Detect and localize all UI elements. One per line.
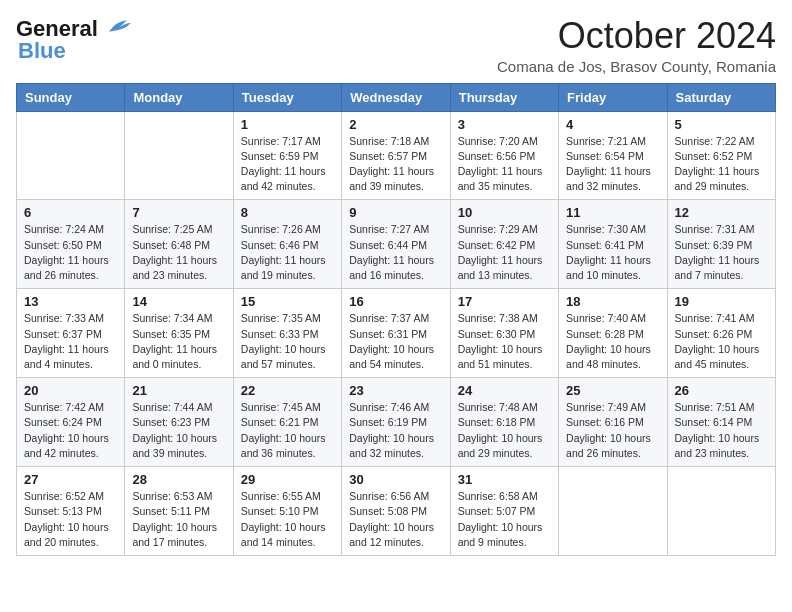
day-info: Sunrise: 7:46 AMSunset: 6:19 PMDaylight:… [349, 400, 442, 461]
calendar-cell: 24Sunrise: 7:48 AMSunset: 6:18 PMDayligh… [450, 378, 558, 467]
day-number: 7 [132, 205, 225, 220]
day-info: Sunrise: 7:29 AMSunset: 6:42 PMDaylight:… [458, 222, 551, 283]
calendar-cell: 7Sunrise: 7:25 AMSunset: 6:48 PMDaylight… [125, 200, 233, 289]
header-day-saturday: Saturday [667, 83, 775, 111]
day-number: 23 [349, 383, 442, 398]
calendar-cell: 3Sunrise: 7:20 AMSunset: 6:56 PMDaylight… [450, 111, 558, 200]
calendar-week-4: 20Sunrise: 7:42 AMSunset: 6:24 PMDayligh… [17, 378, 776, 467]
calendar-cell: 14Sunrise: 7:34 AMSunset: 6:35 PMDayligh… [125, 289, 233, 378]
day-number: 11 [566, 205, 659, 220]
calendar-cell: 11Sunrise: 7:30 AMSunset: 6:41 PMDayligh… [559, 200, 667, 289]
day-number: 1 [241, 117, 334, 132]
header-day-friday: Friday [559, 83, 667, 111]
day-number: 19 [675, 294, 768, 309]
day-info: Sunrise: 7:38 AMSunset: 6:30 PMDaylight:… [458, 311, 551, 372]
calendar-cell: 8Sunrise: 7:26 AMSunset: 6:46 PMDaylight… [233, 200, 341, 289]
calendar-cell: 27Sunrise: 6:52 AMSunset: 5:13 PMDayligh… [17, 467, 125, 556]
day-info: Sunrise: 7:21 AMSunset: 6:54 PMDaylight:… [566, 134, 659, 195]
calendar-cell: 20Sunrise: 7:42 AMSunset: 6:24 PMDayligh… [17, 378, 125, 467]
header-day-sunday: Sunday [17, 83, 125, 111]
day-number: 6 [24, 205, 117, 220]
day-info: Sunrise: 6:52 AMSunset: 5:13 PMDaylight:… [24, 489, 117, 550]
day-number: 29 [241, 472, 334, 487]
day-number: 21 [132, 383, 225, 398]
calendar-header-row: SundayMondayTuesdayWednesdayThursdayFrid… [17, 83, 776, 111]
title-block: October 2024 Comana de Jos, Brasov Count… [497, 16, 776, 75]
month-title: October 2024 [497, 16, 776, 56]
day-info: Sunrise: 7:45 AMSunset: 6:21 PMDaylight:… [241, 400, 334, 461]
day-info: Sunrise: 6:58 AMSunset: 5:07 PMDaylight:… [458, 489, 551, 550]
header-day-tuesday: Tuesday [233, 83, 341, 111]
calendar-cell: 16Sunrise: 7:37 AMSunset: 6:31 PMDayligh… [342, 289, 450, 378]
calendar-cell: 23Sunrise: 7:46 AMSunset: 6:19 PMDayligh… [342, 378, 450, 467]
day-number: 22 [241, 383, 334, 398]
calendar-cell: 22Sunrise: 7:45 AMSunset: 6:21 PMDayligh… [233, 378, 341, 467]
header-day-wednesday: Wednesday [342, 83, 450, 111]
location-text: Comana de Jos, Brasov County, Romania [497, 58, 776, 75]
calendar-cell: 13Sunrise: 7:33 AMSunset: 6:37 PMDayligh… [17, 289, 125, 378]
calendar-cell: 2Sunrise: 7:18 AMSunset: 6:57 PMDaylight… [342, 111, 450, 200]
logo-blue-text: Blue [18, 42, 66, 60]
page-header: General Blue October 2024 Comana de Jos,… [16, 16, 776, 75]
day-number: 27 [24, 472, 117, 487]
day-number: 24 [458, 383, 551, 398]
day-number: 14 [132, 294, 225, 309]
day-number: 31 [458, 472, 551, 487]
day-number: 3 [458, 117, 551, 132]
day-number: 18 [566, 294, 659, 309]
calendar-week-5: 27Sunrise: 6:52 AMSunset: 5:13 PMDayligh… [17, 467, 776, 556]
calendar-cell: 17Sunrise: 7:38 AMSunset: 6:30 PMDayligh… [450, 289, 558, 378]
day-info: Sunrise: 7:17 AMSunset: 6:59 PMDaylight:… [241, 134, 334, 195]
calendar-table: SundayMondayTuesdayWednesdayThursdayFrid… [16, 83, 776, 556]
calendar-cell [667, 467, 775, 556]
calendar-cell: 30Sunrise: 6:56 AMSunset: 5:08 PMDayligh… [342, 467, 450, 556]
calendar-cell: 12Sunrise: 7:31 AMSunset: 6:39 PMDayligh… [667, 200, 775, 289]
calendar-cell: 29Sunrise: 6:55 AMSunset: 5:10 PMDayligh… [233, 467, 341, 556]
calendar-cell: 18Sunrise: 7:40 AMSunset: 6:28 PMDayligh… [559, 289, 667, 378]
day-info: Sunrise: 7:40 AMSunset: 6:28 PMDaylight:… [566, 311, 659, 372]
day-number: 28 [132, 472, 225, 487]
day-number: 25 [566, 383, 659, 398]
day-info: Sunrise: 7:24 AMSunset: 6:50 PMDaylight:… [24, 222, 117, 283]
day-info: Sunrise: 7:30 AMSunset: 6:41 PMDaylight:… [566, 222, 659, 283]
calendar-cell: 1Sunrise: 7:17 AMSunset: 6:59 PMDaylight… [233, 111, 341, 200]
calendar-week-2: 6Sunrise: 7:24 AMSunset: 6:50 PMDaylight… [17, 200, 776, 289]
day-number: 17 [458, 294, 551, 309]
logo-bird-icon [102, 19, 134, 37]
day-info: Sunrise: 7:18 AMSunset: 6:57 PMDaylight:… [349, 134, 442, 195]
day-info: Sunrise: 7:35 AMSunset: 6:33 PMDaylight:… [241, 311, 334, 372]
day-info: Sunrise: 7:27 AMSunset: 6:44 PMDaylight:… [349, 222, 442, 283]
day-info: Sunrise: 7:51 AMSunset: 6:14 PMDaylight:… [675, 400, 768, 461]
day-info: Sunrise: 6:55 AMSunset: 5:10 PMDaylight:… [241, 489, 334, 550]
calendar-cell: 15Sunrise: 7:35 AMSunset: 6:33 PMDayligh… [233, 289, 341, 378]
calendar-cell: 31Sunrise: 6:58 AMSunset: 5:07 PMDayligh… [450, 467, 558, 556]
day-info: Sunrise: 7:22 AMSunset: 6:52 PMDaylight:… [675, 134, 768, 195]
calendar-cell: 9Sunrise: 7:27 AMSunset: 6:44 PMDaylight… [342, 200, 450, 289]
day-number: 20 [24, 383, 117, 398]
day-number: 13 [24, 294, 117, 309]
day-info: Sunrise: 6:53 AMSunset: 5:11 PMDaylight:… [132, 489, 225, 550]
calendar-cell [17, 111, 125, 200]
day-info: Sunrise: 7:34 AMSunset: 6:35 PMDaylight:… [132, 311, 225, 372]
day-number: 4 [566, 117, 659, 132]
day-number: 10 [458, 205, 551, 220]
header-day-thursday: Thursday [450, 83, 558, 111]
calendar-cell [125, 111, 233, 200]
day-info: Sunrise: 7:26 AMSunset: 6:46 PMDaylight:… [241, 222, 334, 283]
day-info: Sunrise: 7:31 AMSunset: 6:39 PMDaylight:… [675, 222, 768, 283]
calendar-week-1: 1Sunrise: 7:17 AMSunset: 6:59 PMDaylight… [17, 111, 776, 200]
day-info: Sunrise: 7:42 AMSunset: 6:24 PMDaylight:… [24, 400, 117, 461]
day-info: Sunrise: 7:41 AMSunset: 6:26 PMDaylight:… [675, 311, 768, 372]
day-number: 8 [241, 205, 334, 220]
header-day-monday: Monday [125, 83, 233, 111]
calendar-cell: 10Sunrise: 7:29 AMSunset: 6:42 PMDayligh… [450, 200, 558, 289]
day-number: 26 [675, 383, 768, 398]
calendar-cell: 19Sunrise: 7:41 AMSunset: 6:26 PMDayligh… [667, 289, 775, 378]
calendar-cell: 25Sunrise: 7:49 AMSunset: 6:16 PMDayligh… [559, 378, 667, 467]
day-number: 9 [349, 205, 442, 220]
calendar-body: 1Sunrise: 7:17 AMSunset: 6:59 PMDaylight… [17, 111, 776, 555]
calendar-cell [559, 467, 667, 556]
day-info: Sunrise: 7:20 AMSunset: 6:56 PMDaylight:… [458, 134, 551, 195]
day-number: 16 [349, 294, 442, 309]
calendar-cell: 4Sunrise: 7:21 AMSunset: 6:54 PMDaylight… [559, 111, 667, 200]
